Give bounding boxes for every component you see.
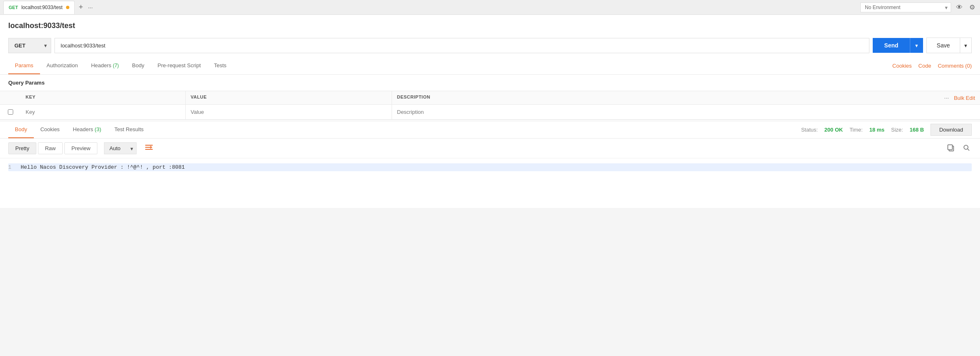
key-input[interactable] — [26, 106, 180, 118]
auto-select-wrapper: Auto JSON XML Text — [104, 142, 137, 154]
tab-bar-right: No Environment 👁 ⚙ — [860, 2, 977, 13]
env-select[interactable]: No Environment — [860, 2, 951, 12]
status-label: Status: — [801, 127, 817, 133]
desc-col-header: DESCRIPTION — [392, 91, 939, 104]
desc-cell — [392, 105, 980, 119]
send-button[interactable]: Send — [873, 38, 910, 53]
bulk-edit-link[interactable]: Bulk Edit — [954, 95, 975, 101]
active-tab[interactable]: GET localhost:9033/test — [3, 1, 75, 14]
save-button[interactable]: Save — [926, 38, 960, 53]
value-col-header: VALUE — [186, 91, 392, 104]
url-input[interactable] — [54, 38, 869, 53]
method-select[interactable]: GET POST PUT DELETE PATCH — [8, 38, 51, 53]
size-value: 168 B — [909, 127, 924, 133]
resp-tab-body[interactable]: Body — [8, 121, 34, 138]
tab-change-dot — [66, 6, 69, 9]
key-col-header: KEY — [21, 91, 186, 104]
pretty-button[interactable]: Pretty — [8, 142, 36, 154]
env-select-wrapper: No Environment — [860, 2, 951, 12]
body-toolbar: Pretty Raw Preview Auto JSON XML Text — [0, 139, 980, 158]
desc-input[interactable] — [397, 106, 975, 118]
tab-pre-request-script[interactable]: Pre-request Script — [151, 57, 208, 74]
svg-point-5 — [964, 145, 968, 149]
search-button[interactable] — [961, 142, 972, 155]
time-value: 18 ms — [869, 127, 885, 133]
save-dropdown-button[interactable]: ▾ — [960, 38, 972, 53]
line-number: 1 — [8, 165, 21, 170]
resp-tab-headers[interactable]: Headers (3) — [66, 121, 108, 138]
send-dropdown-button[interactable]: ▾ — [910, 38, 923, 53]
send-btn-wrapper: Send ▾ — [873, 38, 923, 53]
code-link[interactable]: Code — [919, 58, 931, 74]
tab-params[interactable]: Params — [8, 57, 40, 74]
save-btn-wrapper: Save ▾ — [926, 38, 972, 53]
main-content: localhost:9033/test GET POST PUT DELETE … — [0, 15, 980, 208]
query-params-section-header: Query Params — [0, 75, 980, 91]
tab-headers[interactable]: Headers (7) — [85, 57, 125, 74]
wrap-icon-button[interactable] — [142, 142, 156, 155]
resp-tab-test-results[interactable]: Test Results — [108, 121, 150, 138]
value-input[interactable] — [191, 106, 387, 118]
tab-body[interactable]: Body — [125, 57, 151, 74]
params-table-header: KEY VALUE DESCRIPTION ··· Bulk Edit — [0, 91, 980, 105]
row-checkbox — [0, 106, 21, 118]
param-checkbox[interactable] — [8, 109, 13, 115]
value-cell — [186, 105, 392, 119]
format-select[interactable]: Auto JSON XML Text — [104, 142, 137, 154]
download-button[interactable]: Download — [930, 124, 972, 136]
request-title: localhost:9033/test — [0, 15, 980, 33]
param-placeholder-row — [0, 105, 980, 120]
method-select-wrapper: GET POST PUT DELETE PATCH — [8, 38, 51, 53]
add-tab-button[interactable]: + — [76, 3, 86, 12]
tab-authorization[interactable]: Authorization — [40, 57, 85, 74]
svg-line-6 — [968, 149, 969, 151]
more-tabs-button[interactable]: ··· — [85, 4, 95, 11]
resp-tab-cookies[interactable]: Cookies — [34, 121, 66, 138]
tab-tests[interactable]: Tests — [208, 57, 233, 74]
code-view: 1 Hello Nacos Discovery Provider : !^@^!… — [0, 158, 980, 208]
body-toolbar-right — [945, 142, 972, 155]
status-value: 200 OK — [824, 127, 843, 133]
preview-button[interactable]: Preview — [64, 142, 97, 154]
tab-url: localhost:9033/test — [21, 5, 63, 10]
key-cell — [21, 105, 186, 119]
raw-button[interactable]: Raw — [38, 142, 63, 154]
time-label: Time: — [850, 127, 863, 133]
request-tabs: Params Authorization Headers (7) Body Pr… — [0, 57, 980, 75]
env-gear-button[interactable]: ⚙ — [968, 2, 977, 13]
req-tabs-right: Cookies Code Comments (0) — [893, 58, 972, 74]
table-more-icon[interactable]: ··· — [944, 94, 949, 101]
response-tabs-bar: Body Cookies Headers (3) Test Results St… — [0, 121, 980, 139]
code-text: Hello Nacos Discovery Provider : !^@^! ,… — [21, 164, 185, 170]
code-line-1: 1 Hello Nacos Discovery Provider : !^@^!… — [8, 163, 972, 171]
tab-method-badge: GET — [9, 5, 18, 10]
svg-rect-4 — [948, 145, 952, 150]
comments-link[interactable]: Comments (0) — [938, 58, 972, 74]
resp-status-bar: Status: 200 OK Time: 18 ms Size: 168 B D… — [801, 124, 972, 136]
url-bar: GET POST PUT DELETE PATCH Send ▾ Save ▾ — [0, 33, 980, 57]
cookies-link[interactable]: Cookies — [893, 58, 912, 74]
copy-button[interactable] — [945, 142, 956, 155]
check-col-header — [0, 91, 21, 104]
response-section: Body Cookies Headers (3) Test Results St… — [0, 121, 980, 208]
params-table: KEY VALUE DESCRIPTION ··· Bulk Edit — [0, 91, 980, 120]
tab-bar: GET localhost:9033/test + ··· No Environ… — [0, 0, 980, 15]
env-eye-button[interactable]: 👁 — [954, 2, 964, 13]
actions-col-header: ··· Bulk Edit — [939, 91, 980, 104]
size-label: Size: — [891, 127, 903, 133]
